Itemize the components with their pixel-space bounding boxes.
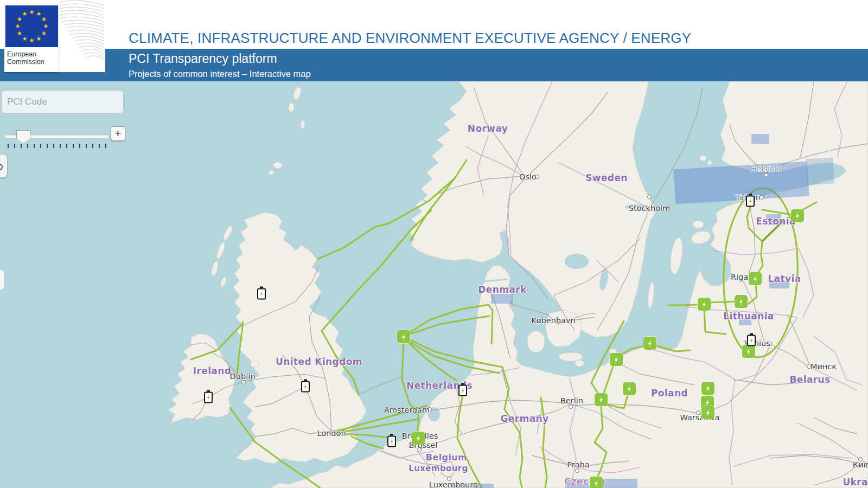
country-label: Belarus — [789, 374, 830, 385]
pci-storage-marker[interactable] — [257, 288, 266, 300]
city-dot — [575, 468, 579, 473]
agency-title: CLIMATE, INFRASTRUCTURE AND ENVIRONMENT … — [129, 30, 691, 47]
lightning-bolt-icon — [748, 198, 754, 205]
lightning-bolt-icon — [612, 356, 621, 364]
pci-electricity-marker[interactable] — [698, 298, 711, 311]
zoom-slider-handle[interactable] — [16, 130, 30, 143]
city-label: Минск — [810, 362, 837, 371]
lightning-bolt-icon — [745, 348, 753, 356]
country-label: Estonia — [756, 216, 796, 227]
ec-building-graphic — [59, 0, 105, 72]
city-label: Helsinki — [750, 164, 781, 173]
lightning-bolt-icon — [597, 396, 605, 404]
city-label: Oslo — [519, 172, 537, 181]
country-label: Latvia — [768, 273, 801, 284]
pci-electricity-marker[interactable] — [791, 209, 804, 222]
country-label: Lithuania — [723, 311, 774, 322]
zoom-tick — [8, 144, 9, 148]
pci-electricity-marker[interactable] — [749, 272, 762, 285]
pci-electricity-marker[interactable] — [412, 432, 425, 445]
pci-electricity-marker[interactable] — [735, 295, 748, 308]
zoom-tick — [40, 144, 41, 148]
city-label: København — [531, 316, 576, 325]
eu-flag-icon: ★★★★★★★★★★★★ — [5, 5, 58, 47]
pci-electricity-marker[interactable] — [610, 353, 623, 366]
zoom-tick — [73, 144, 74, 148]
lightning-bolt-icon — [460, 387, 466, 394]
pci-storage-marker[interactable] — [301, 381, 310, 393]
pci-code-input[interactable] — [1, 90, 124, 114]
lightning-bolt-icon — [646, 339, 654, 348]
interactive-map[interactable]: NorwaySwedenDenmarkUnited KingdomIreland… — [0, 81, 868, 488]
pci-storage-marker[interactable] — [747, 335, 756, 346]
zoom-tick — [105, 144, 106, 148]
ec-building-curves-icon — [59, 0, 105, 72]
platform-title: PCI Transparency platform — [129, 52, 277, 66]
lightning-bolt-icon — [592, 479, 601, 487]
eu-star-icon: ★ — [29, 37, 35, 43]
lightning-bolt-icon — [704, 409, 712, 417]
pci-electricity-marker[interactable] — [623, 382, 636, 395]
city-dot — [647, 195, 652, 199]
pci-transparency-app: { "header": { "agency_title": "CLIMATE, … — [0, 0, 868, 488]
lightning-bolt-icon — [389, 438, 395, 445]
eu-star-icon: ★ — [22, 11, 28, 17]
city-label: Stockholm — [629, 204, 670, 213]
lightning-bolt-icon — [737, 298, 745, 306]
country-label: Ireland — [193, 365, 232, 376]
pci-electricity-marker[interactable] — [643, 337, 656, 350]
pci-storage-marker[interactable] — [204, 392, 213, 403]
zoom-tick — [34, 144, 35, 148]
city-label: Amsterdam — [384, 406, 430, 414]
zoom-tick — [60, 144, 61, 148]
zoom-in-button[interactable]: + — [111, 126, 125, 141]
city-label: Київ — [853, 460, 868, 469]
platform-subtitle: Projects of common interest – Interactiv… — [129, 69, 311, 79]
pci-storage-marker[interactable] — [387, 436, 396, 447]
zoom-tick — [86, 144, 87, 148]
zoom-tick — [66, 144, 67, 148]
city-dot — [569, 404, 573, 409]
pci-storage-marker[interactable] — [746, 196, 755, 207]
collapsed-panel-stub[interactable] — [0, 269, 5, 290]
country-label: Belgium — [426, 452, 467, 463]
pci-storage-marker[interactable] — [458, 385, 467, 396]
city-dot — [764, 173, 768, 177]
pci-electricity-marker[interactable] — [590, 477, 603, 488]
lightning-bolt-icon — [400, 333, 408, 341]
zoom-tick — [53, 144, 54, 148]
zoom-slider-ticks — [8, 144, 106, 149]
zoom-tick — [21, 144, 22, 148]
project-area-overlay[interactable] — [491, 294, 513, 304]
eu-star-icon: ★ — [15, 23, 21, 29]
logo-text-european: European — [7, 50, 59, 58]
pci-electricity-marker[interactable] — [701, 406, 714, 419]
lightning-bolt-icon — [704, 384, 712, 393]
city-label: Luxembourg — [429, 480, 478, 488]
lightning-bolt-icon — [704, 399, 712, 407]
city-label: Dublin — [230, 372, 256, 381]
zoom-tick — [47, 144, 48, 148]
eu-star-icon: ★ — [41, 30, 47, 36]
eu-star-icon: ★ — [43, 23, 49, 29]
country-label: Sweden — [585, 172, 628, 183]
project-area-overlay[interactable] — [806, 158, 834, 185]
country-label: Denmark — [478, 284, 526, 295]
zoom-tick — [79, 144, 80, 148]
lightning-bolt-icon — [414, 434, 423, 442]
search-button[interactable] — [0, 154, 8, 178]
country-label: Luxembourg — [409, 464, 468, 473]
lightning-bolt-icon — [749, 337, 755, 344]
pci-electricity-marker[interactable] — [742, 345, 755, 358]
basemap-canvas — [0, 81, 868, 488]
project-area-overlay[interactable] — [751, 134, 769, 144]
lightning-bolt-icon — [626, 385, 634, 393]
zoom-tick — [27, 144, 28, 148]
country-label: Ukraine — [843, 477, 868, 487]
city-label: Berlin — [560, 396, 583, 405]
zoom-slider[interactable] — [3, 130, 110, 149]
pci-electricity-marker[interactable] — [397, 330, 410, 343]
pci-electricity-marker[interactable] — [595, 393, 608, 406]
pci-electricity-marker[interactable] — [701, 382, 714, 395]
lightning-bolt-icon — [751, 275, 760, 283]
